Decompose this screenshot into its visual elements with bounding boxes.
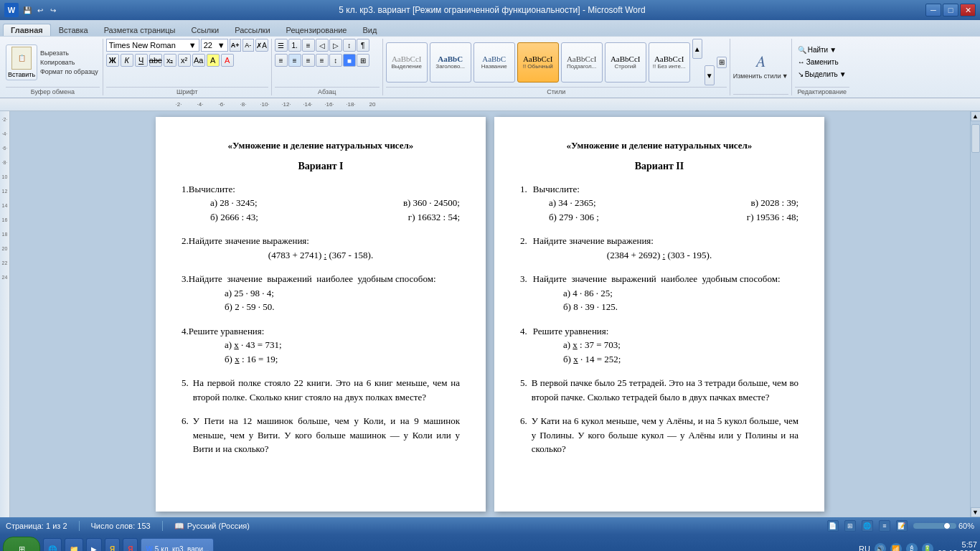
style-selection[interactable]: AaBbCcI Выделение bbox=[386, 42, 428, 83]
bluetooth-icon: ₿ bbox=[906, 543, 918, 551]
v2-task1-g: г) 19536 : 48; bbox=[747, 210, 798, 225]
save-quick-btn[interactable]: 💾 bbox=[22, 4, 33, 16]
style-no-spacing[interactable]: AaBbCcI !! Без инте... bbox=[649, 42, 690, 83]
style-strong[interactable]: AaBbCcI Строгий bbox=[605, 42, 646, 83]
redo-quick-btn[interactable]: ↪ bbox=[47, 4, 59, 16]
styles-scroll-down[interactable]: ▼ bbox=[705, 65, 715, 85]
style-normal-text: AaBbCcI bbox=[523, 55, 553, 63]
multilevel-button[interactable]: ≡ bbox=[302, 39, 315, 52]
text-case-button[interactable]: Аа bbox=[192, 54, 205, 67]
copy-button[interactable]: Копировать bbox=[39, 58, 100, 67]
editing-label: Редактирование bbox=[795, 87, 849, 95]
start-button[interactable]: ⊞ bbox=[3, 537, 40, 551]
underline-button[interactable]: Ч bbox=[135, 54, 148, 67]
shading-button[interactable]: ■ bbox=[343, 54, 356, 67]
zoom-slider[interactable] bbox=[913, 523, 956, 529]
styles-scroll-up[interactable]: ▲ bbox=[692, 39, 702, 59]
replace-button[interactable]: ↔ Заменить bbox=[795, 57, 842, 67]
align-left-button[interactable]: ≡ bbox=[275, 54, 288, 67]
styles-more[interactable]: ⊞ bbox=[717, 57, 727, 68]
taskbar-yandex-button[interactable]: Я bbox=[105, 538, 120, 551]
tab-mailings[interactable]: Рассылки bbox=[227, 24, 278, 36]
maximize-button[interactable]: □ bbox=[943, 4, 958, 17]
font-content: Times New Roman ▼ 22 ▼ A+ A- ✗A Ж К Ч ab… bbox=[106, 39, 268, 85]
tab-review[interactable]: Рецензирование bbox=[278, 24, 355, 36]
v1-task2-header: 2.Найдите значение выражения: bbox=[182, 234, 460, 248]
font-color-button[interactable]: A bbox=[221, 54, 234, 67]
scroll-down-button[interactable]: ▼ bbox=[971, 507, 981, 517]
strikethrough-button[interactable]: abc bbox=[149, 54, 162, 67]
view-outline-button[interactable]: ≡ bbox=[879, 520, 890, 532]
superscript-button[interactable]: x² bbox=[178, 54, 191, 67]
show-marks-button[interactable]: ¶ bbox=[357, 39, 369, 52]
select-button[interactable]: ↘ Выделить ▼ bbox=[795, 69, 849, 80]
zoom-thumb[interactable] bbox=[943, 522, 951, 529]
para-row2: ≡ ≡ ≡ ≡ ↕ ■ ⊞ bbox=[275, 54, 369, 67]
scroll-thumb[interactable] bbox=[971, 124, 980, 153]
bold-button[interactable]: Ж bbox=[106, 54, 119, 67]
tab-insert[interactable]: Вставка bbox=[51, 24, 96, 36]
style-no-spacing-label: !! Без инте... bbox=[653, 63, 686, 70]
view-print-button[interactable]: 📄 bbox=[827, 520, 839, 532]
increase-indent-button[interactable]: ▷ bbox=[329, 39, 342, 52]
sort-button[interactable]: ↕ bbox=[343, 39, 356, 52]
format-painter-button[interactable]: Формат по образцу bbox=[39, 67, 100, 76]
tab-view[interactable]: Вид bbox=[355, 24, 385, 36]
italic-button[interactable]: К bbox=[121, 54, 133, 67]
align-center-button[interactable]: ≡ bbox=[288, 54, 301, 67]
style-title-label: Название bbox=[481, 63, 507, 70]
font-grow-button[interactable]: A+ bbox=[230, 39, 241, 52]
close-button[interactable]: ✕ bbox=[960, 4, 976, 17]
v2-task4: 4. Решите уравнения: а) x : 37 = 703; б)… bbox=[520, 324, 798, 367]
font-row1: Times New Roman ▼ 22 ▼ A+ A- ✗A bbox=[106, 39, 268, 52]
decrease-indent-button[interactable]: ◁ bbox=[316, 39, 329, 52]
taskbar-ie-button[interactable]: 🌐 bbox=[43, 538, 62, 551]
word-count-value: Число слов: 153 bbox=[91, 522, 151, 530]
font-group: Times New Roman ▼ 22 ▼ A+ A- ✗A Ж К Ч ab… bbox=[103, 39, 272, 95]
tab-layout[interactable]: Разметка страницы bbox=[96, 24, 184, 36]
bullets-button[interactable]: ☰ bbox=[275, 39, 288, 52]
page-variant1: «Умножение и деление натуральных чисел» … bbox=[156, 117, 486, 512]
font-shrink-button[interactable]: A- bbox=[242, 39, 254, 52]
paste-icon: 📋 bbox=[11, 47, 32, 70]
minimize-button[interactable]: ─ bbox=[925, 4, 941, 17]
taskbar-media-button[interactable]: ▶ bbox=[86, 538, 102, 551]
style-normal[interactable]: AaBbCcI !! Обычный bbox=[517, 42, 559, 83]
v1-task1-g: г) 16632 : 54; bbox=[408, 210, 460, 225]
zoom-level: 60% bbox=[958, 522, 974, 530]
clear-format-button[interactable]: ✗A bbox=[255, 39, 268, 52]
numbering-button[interactable]: 1. bbox=[288, 39, 301, 52]
taskbar-word-button[interactable]: W 5 кл. кр3. вари... bbox=[141, 538, 214, 551]
zoom-control: 60% bbox=[913, 522, 974, 530]
style-heading1[interactable]: AaBbC Заголово... bbox=[430, 42, 471, 83]
taskbar-explorer-button[interactable]: 📁 bbox=[65, 538, 83, 551]
change-styles-btn[interactable]: Изменить стили ▼ bbox=[733, 72, 788, 80]
view-fullscreen-button[interactable]: ⊞ bbox=[844, 520, 856, 532]
view-draft-button[interactable]: 📝 bbox=[896, 520, 908, 532]
styles-group: AaBbCcI Выделение AaBbC Заголово... AaBb… bbox=[383, 39, 730, 95]
view-web-button[interactable]: 🌐 bbox=[862, 520, 873, 532]
undo-quick-btn[interactable]: ↩ bbox=[34, 4, 46, 16]
taskbar-yandex2-button[interactable]: Я bbox=[123, 538, 138, 551]
justify-button[interactable]: ≡ bbox=[316, 54, 329, 67]
align-right-button[interactable]: ≡ bbox=[302, 54, 315, 67]
find-button[interactable]: 🔍 Найти ▼ bbox=[795, 44, 839, 55]
borders-button[interactable]: ⊞ bbox=[357, 54, 369, 67]
style-subtitle[interactable]: AaBbCcI Подзагол... bbox=[561, 42, 603, 83]
scroll-up-button[interactable]: ▲ bbox=[971, 111, 981, 121]
font-size-box[interactable]: 22 ▼ bbox=[201, 39, 228, 52]
style-title[interactable]: AaBbC Название bbox=[473, 42, 515, 83]
highlight-button[interactable]: A bbox=[207, 54, 220, 67]
para-row1: ☰ 1. ≡ ◁ ▷ ↕ ¶ bbox=[275, 39, 369, 52]
vertical-scrollbar[interactable]: ▲ ▼ bbox=[970, 111, 980, 517]
subscript-button[interactable]: x₂ bbox=[164, 54, 176, 67]
font-name-arrow: ▼ bbox=[189, 41, 197, 50]
paste-button[interactable]: 📋 Вставить bbox=[6, 44, 37, 80]
line-spacing-button[interactable]: ↕ bbox=[329, 54, 342, 67]
clipboard-small-btns: Вырезать Копировать Формат по образцу bbox=[39, 49, 100, 76]
font-name-box[interactable]: Times New Roman ▼ bbox=[106, 39, 199, 52]
cut-button[interactable]: Вырезать bbox=[39, 49, 100, 57]
tab-home[interactable]: Главная bbox=[3, 24, 51, 36]
tab-references[interactable]: Ссылки bbox=[183, 24, 227, 36]
v2-task3-a: а) 4 · 86 · 25; bbox=[563, 286, 798, 301]
